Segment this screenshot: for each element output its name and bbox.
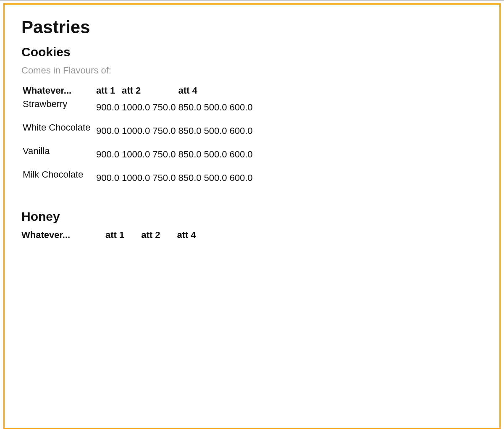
cookies-col-2: att 2 <box>121 85 151 99</box>
cell: 500.0 <box>202 146 228 169</box>
cell: 750.0 <box>151 146 177 169</box>
page-frame: Pastries Cookies Comes in Flavours of: W… <box>3 3 501 429</box>
row-name: Strawberry <box>21 99 95 122</box>
cookies-subtitle: Comes in Flavours of: <box>21 65 483 76</box>
cell: 850.0 <box>177 169 202 193</box>
cell: 600.0 <box>228 146 254 169</box>
cell: 1000.0 <box>121 122 151 146</box>
cell: 900.0 <box>95 99 121 122</box>
table-row: Milk Chocolate 900.0 1000.0 750.0 850.0 … <box>21 169 254 193</box>
honey-col-2: att 2 <box>141 230 177 241</box>
cookies-col-6 <box>228 85 254 99</box>
cookies-header-label: Whatever... <box>21 85 95 99</box>
cell: 600.0 <box>228 169 254 193</box>
cell: 750.0 <box>151 169 177 193</box>
page-title: Pastries <box>21 17 483 37</box>
table-row: White Chocolate 900.0 1000.0 750.0 850.0… <box>21 122 254 146</box>
honey-table: Whatever... att 1 att 2 att 4 <box>21 230 213 241</box>
table-row: Vanilla 900.0 1000.0 750.0 850.0 500.0 6… <box>21 146 254 169</box>
row-name: Vanilla <box>21 146 95 169</box>
cell: 1000.0 <box>121 169 151 193</box>
cell: 600.0 <box>228 122 254 146</box>
cookies-col-3 <box>151 85 177 99</box>
cookies-col-1: att 1 <box>95 85 121 99</box>
cell: 500.0 <box>202 122 228 146</box>
cookies-table: Whatever... att 1 att 2 att 4 Strawberry… <box>21 85 254 193</box>
top-divider <box>0 0 504 1</box>
cell: 600.0 <box>228 99 254 122</box>
cell: 900.0 <box>95 122 121 146</box>
cell: 750.0 <box>151 122 177 146</box>
cell: 900.0 <box>95 146 121 169</box>
honey-col-1: att 1 <box>105 230 141 241</box>
cell: 500.0 <box>202 169 228 193</box>
cell: 850.0 <box>177 99 202 122</box>
cookies-header-row: Whatever... att 1 att 2 att 4 <box>21 85 254 99</box>
cell: 1000.0 <box>121 146 151 169</box>
cookies-col-5 <box>202 85 228 99</box>
honey-header-row: Whatever... att 1 att 2 att 4 <box>21 230 213 241</box>
cell: 900.0 <box>95 169 121 193</box>
cookies-col-4: att 4 <box>177 85 202 99</box>
honey-header-label: Whatever... <box>21 230 105 241</box>
cell: 750.0 <box>151 99 177 122</box>
table-row: Strawberry 900.0 1000.0 750.0 850.0 500.… <box>21 99 254 122</box>
row-name: White Chocolate <box>21 122 95 146</box>
cell: 850.0 <box>177 146 202 169</box>
cell: 1000.0 <box>121 99 151 122</box>
honey-col-3: att 4 <box>177 230 213 241</box>
cookies-heading: Cookies <box>21 45 483 59</box>
row-name: Milk Chocolate <box>21 169 95 193</box>
cell: 500.0 <box>202 99 228 122</box>
cell: 850.0 <box>177 122 202 146</box>
honey-heading: Honey <box>21 209 483 224</box>
